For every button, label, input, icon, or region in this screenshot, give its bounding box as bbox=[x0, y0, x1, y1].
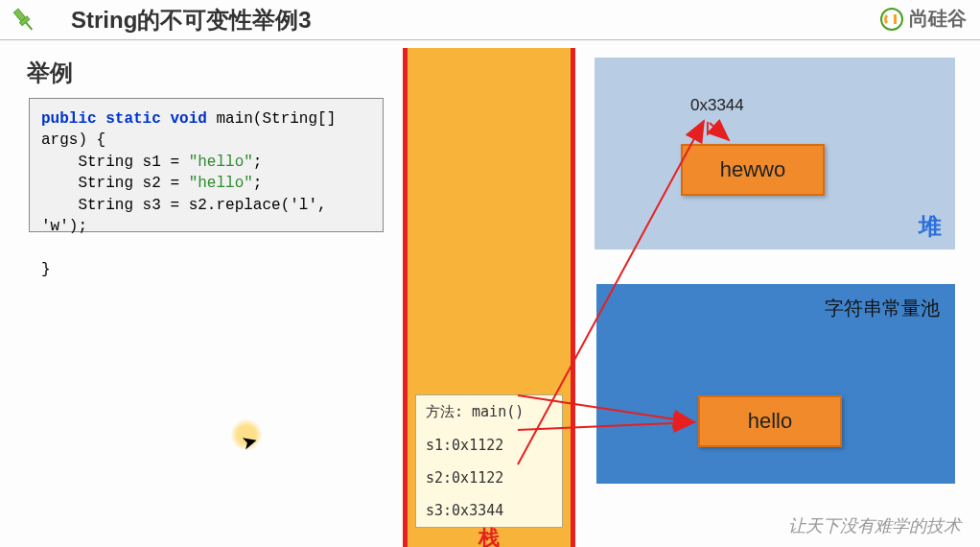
pointer-mark-icon: | bbox=[706, 120, 710, 135]
svg-line-2 bbox=[26, 22, 32, 30]
code-text: String s2 = bbox=[41, 175, 189, 192]
code-string: "hello" bbox=[189, 154, 253, 171]
svg-rect-4 bbox=[894, 14, 897, 24]
slide-title: String的不可变性举例3 bbox=[48, 5, 312, 36]
brand-logo-icon bbox=[880, 8, 903, 31]
code-text: ; bbox=[253, 175, 263, 192]
example-heading: 举例 bbox=[27, 58, 73, 88]
heap-region: 0x3344 | hewwo 堆 bbox=[595, 58, 955, 250]
stack-var-s2: s2:0x1122 bbox=[426, 469, 552, 487]
stack-region: 方法: main() s1:0x1122 s2:0x1122 s3:0x3344… bbox=[403, 48, 575, 547]
code-string: "hello" bbox=[189, 175, 253, 192]
brand-name: 尚硅谷 bbox=[909, 6, 967, 32]
string-pool-label: 字符串常量池 bbox=[825, 296, 940, 321]
stack-label: 栈 bbox=[408, 524, 571, 547]
pin-icon bbox=[0, 4, 48, 36]
code-text: ; bbox=[253, 154, 263, 171]
slide-body: 举例 public static void main(String[] args… bbox=[0, 40, 980, 547]
stack-frame: 方法: main() s1:0x1122 s2:0x1122 s3:0x3344 bbox=[415, 394, 563, 528]
code-block: public static void main(String[] args) {… bbox=[41, 108, 371, 280]
heap-address: 0x3344 bbox=[690, 96, 744, 115]
pool-object-hello: hello bbox=[698, 395, 842, 447]
stack-var-s3: s3:0x3344 bbox=[426, 502, 552, 519]
stack-frame-title: 方法: main() bbox=[426, 403, 552, 421]
stack-var-s1: s1:0x1122 bbox=[426, 437, 552, 454]
code-text: String s1 = bbox=[41, 154, 189, 171]
code-keyword: public static void bbox=[41, 110, 207, 128]
code-text: String s3 = s2.replace('l', 'w'); bbox=[41, 197, 336, 235]
heap-object-hewwo: hewwo bbox=[681, 144, 825, 196]
watermark-text: 让天下没有难学的技术 bbox=[788, 514, 961, 537]
code-text: } bbox=[41, 261, 51, 278]
heap-label: 堆 bbox=[919, 211, 942, 242]
brand-block: 尚硅谷 bbox=[880, 6, 967, 32]
slide-header: String的不可变性举例3 尚硅谷 bbox=[0, 0, 980, 40]
string-pool-region: 字符串常量池 hello bbox=[596, 284, 955, 484]
code-example-box: public static void main(String[] args) {… bbox=[29, 98, 384, 232]
